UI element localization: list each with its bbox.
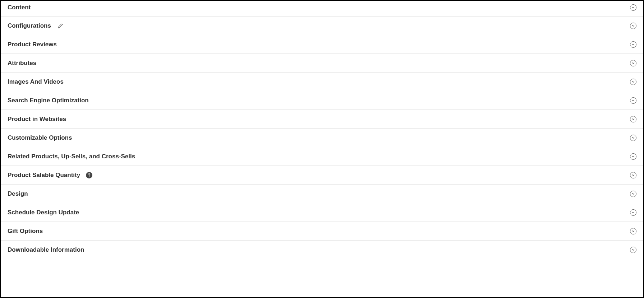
- chevron-down-icon[interactable]: [630, 116, 636, 122]
- chevron-down-icon[interactable]: [630, 191, 636, 197]
- help-icon[interactable]: ?: [86, 172, 92, 178]
- section-title: Gift Options: [8, 228, 43, 235]
- section-row[interactable]: Product in Websites: [1, 110, 643, 129]
- chevron-down-icon[interactable]: [630, 172, 636, 178]
- chevron-down-icon[interactable]: [630, 23, 636, 29]
- chevron-down-icon[interactable]: [630, 247, 636, 253]
- section-row[interactable]: Schedule Design Update: [1, 203, 643, 222]
- section-title: Customizable Options: [8, 134, 72, 141]
- section-left: Design: [8, 190, 28, 197]
- section-title: Search Engine Optimization: [8, 97, 89, 104]
- section-title: Configurations: [8, 22, 51, 29]
- chevron-down-icon[interactable]: [630, 41, 636, 48]
- section-row[interactable]: Gift Options: [1, 222, 643, 241]
- section-row[interactable]: Attributes: [1, 54, 643, 73]
- chevron-down-icon[interactable]: [630, 135, 636, 141]
- chevron-down-icon[interactable]: [630, 209, 636, 216]
- section-title: Product Reviews: [8, 41, 57, 48]
- section-row[interactable]: Design: [1, 185, 643, 203]
- chevron-down-icon[interactable]: [630, 228, 636, 234]
- section-title: Product Salable Quantity: [8, 172, 80, 179]
- section-title: Downloadable Information: [8, 246, 84, 253]
- section-left: Product Salable Quantity?: [8, 172, 92, 179]
- section-row[interactable]: Content: [1, 1, 643, 17]
- section-row[interactable]: Images And Videos: [1, 73, 643, 91]
- section-row[interactable]: Product Salable Quantity?: [1, 166, 643, 185]
- section-title: Images And Videos: [8, 78, 64, 85]
- section-row[interactable]: Customizable Options: [1, 129, 643, 147]
- section-title: Schedule Design Update: [8, 209, 79, 216]
- section-left: Content: [8, 4, 31, 11]
- chevron-down-icon[interactable]: [630, 4, 636, 11]
- section-left: Gift Options: [8, 228, 43, 235]
- section-left: Configurations: [8, 22, 63, 29]
- section-title: Attributes: [8, 60, 36, 67]
- section-left: Images And Videos: [8, 78, 64, 85]
- section-left: Downloadable Information: [8, 246, 84, 253]
- chevron-down-icon[interactable]: [630, 97, 636, 104]
- accordion-sections: ContentConfigurationsProduct ReviewsAttr…: [1, 1, 643, 259]
- section-left: Product in Websites: [8, 116, 66, 123]
- section-title: Design: [8, 190, 28, 197]
- chevron-down-icon[interactable]: [630, 60, 636, 66]
- chevron-down-icon[interactable]: [630, 79, 636, 85]
- section-left: Attributes: [8, 60, 36, 67]
- section-row[interactable]: Related Products, Up-Sells, and Cross-Se…: [1, 147, 643, 166]
- section-row[interactable]: Search Engine Optimization: [1, 91, 643, 110]
- section-title: Product in Websites: [8, 116, 66, 123]
- section-left: Customizable Options: [8, 134, 72, 141]
- section-row[interactable]: Product Reviews: [1, 35, 643, 54]
- section-left: Product Reviews: [8, 41, 57, 48]
- chevron-down-icon[interactable]: [630, 153, 636, 160]
- section-left: Search Engine Optimization: [8, 97, 89, 104]
- section-row[interactable]: Downloadable Information: [1, 241, 643, 259]
- section-title: Content: [8, 4, 31, 11]
- section-row[interactable]: Configurations: [1, 17, 643, 35]
- section-left: Schedule Design Update: [8, 209, 79, 216]
- section-left: Related Products, Up-Sells, and Cross-Se…: [8, 153, 135, 160]
- section-title: Related Products, Up-Sells, and Cross-Se…: [8, 153, 135, 160]
- edit-icon[interactable]: [58, 23, 63, 29]
